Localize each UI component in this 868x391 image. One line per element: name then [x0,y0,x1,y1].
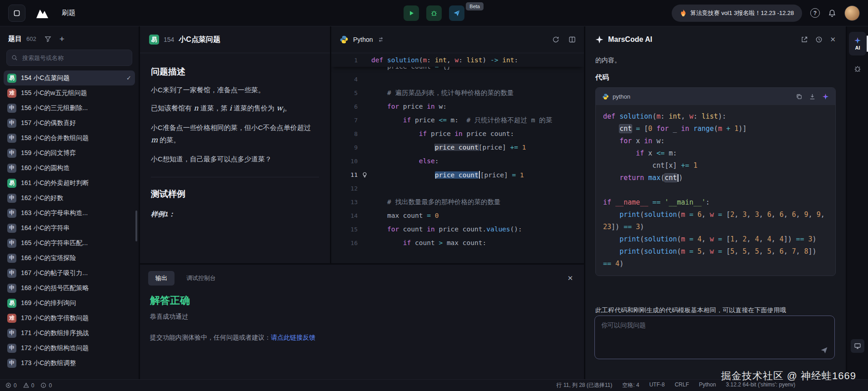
line-number: 15 [331,226,358,233]
code-line[interactable]: 12 [331,181,584,195]
editor-lines: 45 # 遍历菜品列表，统计每种价格的菜的数量6 for price in w:… [331,72,584,250]
switch-language-icon[interactable] [378,36,384,43]
sidebar-scrollbar[interactable] [135,211,137,241]
copy-code-icon[interactable] [796,93,803,100]
ai-message-clipped: 此工程代码和刚刚生成的代码模板基本相同，可以直接在下面使用哦 [595,306,834,313]
close-output-icon[interactable]: ✕ [564,274,576,282]
search-box[interactable] [6,50,132,66]
code-line[interactable]: 9 price_count[price] += 1 [331,140,584,154]
feedback-link[interactable]: 请点此链接反馈 [271,334,315,341]
app-menu-button[interactable] [8,5,25,22]
sticky-code-line[interactable]: 1 def solution(m: int, w: list) -> int: [331,53,584,67]
problem-list-item[interactable]: 难170 小C的数字倍数问题 [4,311,135,326]
filter-icon[interactable] [45,35,51,42]
problem-list-item[interactable]: 中173 小C的数组调整 [4,356,135,371]
code-block-actions [796,93,829,100]
problem-item-label: 170 小C的数字倍数问题 [21,314,89,322]
difficulty-badge: 中 [7,269,16,278]
history-icon[interactable] [815,36,823,43]
tab-output[interactable]: 输出 [148,271,175,286]
reset-code-icon[interactable] [552,36,559,43]
problem-list-item[interactable]: 中162 小C的好数 [4,190,135,206]
line-number: 7 [331,117,358,124]
code-line[interactable]: 13 # 找出数量最多的那种价格的菜的数量 [331,195,584,209]
close-ai-icon[interactable]: ✕ [830,35,836,44]
code-line[interactable]: 14 max_count = 0 [331,209,584,222]
code-line[interactable]: 8 if price in price_count: [331,127,584,140]
errors-status[interactable]: 0 [5,382,17,389]
problem-list-item[interactable]: 中159 小C的回文博弈 [4,145,135,160]
statusbar: 0 0 0 行 11, 列 28 (已选择11)空格: 4UTF-8CRLFPy… [0,379,868,391]
search-input[interactable] [21,54,127,62]
rail-ai-button[interactable]: AI [849,32,866,55]
statusbar-item[interactable]: Python [699,381,716,389]
problem-list-item[interactable]: 易161 小C的外卖超时判断 [4,175,135,190]
problem-list-item[interactable]: 中157 小C的偶数喜好 [4,115,135,130]
problem-list-item[interactable]: 中172 小C的数组构造问题 [4,341,135,356]
export-chat-icon[interactable] [801,36,808,43]
submit-button[interactable] [449,5,464,21]
ai-sparkle-icon[interactable] [822,93,829,100]
problem-list-item[interactable]: 中166 小C的宝塔探险 [4,251,135,266]
insert-code-icon[interactable] [809,93,816,100]
run-button[interactable] [404,5,419,21]
warnings-status[interactable]: 0 [23,382,35,389]
statusbar-item[interactable]: CRLF [675,381,689,389]
split-editor-icon[interactable] [569,36,576,43]
code-text: price_count[price] = 1 [371,171,524,179]
code-line[interactable]: 7 if price <= m: # 只统计价格不超过 m 的菜 [331,113,584,127]
rail-monitor-button[interactable] [851,339,864,353]
problem-list-item[interactable]: 难155 小C的w五元组问题 [4,85,135,100]
send-icon[interactable] [820,346,828,354]
problem-list-item[interactable]: 中163 小C的字母串构造... [4,206,135,221]
problem-list-item[interactable]: 中165 小C的字符串匹配... [4,236,135,251]
problem-list-item[interactable]: 中160 小C的圆构造 [4,160,135,175]
code-line[interactable]: 15 for count in price_count.values(): [331,222,584,236]
bell-icon[interactable] [828,9,836,17]
ai-question-input[interactable] [595,316,834,359]
code-line[interactable]: 6 for price in w: [331,100,584,113]
feedback-text: 提交功能内测体验中，任何问题或者建议： [150,334,271,341]
difficulty-badge: 中 [7,284,16,293]
tab-debug-console[interactable]: 调试控制台 [179,271,223,286]
code-line[interactable]: 16 if count > max_count: [331,236,584,250]
statusbar-item[interactable]: 3.12.2 64-bit ('shims': pyenv) [726,381,795,389]
problem-list-item[interactable]: 中156 小C的三元组删除... [4,100,135,115]
statusbar-item[interactable]: 行 11, 列 28 (已选择11) [556,381,612,389]
statusbar-item[interactable]: 空格: 4 [622,381,639,389]
rail-bug-icon[interactable] [847,65,868,73]
problem-list-item[interactable]: 易154 小C点菜问题✓ [4,70,135,85]
difficulty-badge: 易 [7,74,16,83]
contest-banner[interactable]: 算法竞技赛 vol1 3报名啦！12.23 -12.28 [672,5,802,22]
ai-code-block: python def solution(m: int, w: list): [595,87,836,276]
problem-list-item[interactable]: 易169 小C的排列询问 [4,296,135,311]
add-problem-icon[interactable]: + [60,35,65,43]
description-heading: 问题描述 [151,66,319,78]
problem-list-item[interactable]: 中158 小C的合并数组问题 [4,130,135,145]
marscode-logo-icon[interactable] [33,7,52,19]
problem-list-item[interactable]: 中171 小C的数组排序挑战 [4,326,135,341]
code-line[interactable]: 5 # 遍历菜品列表，统计每种价格的菜的数量 [331,86,584,100]
statusbar-item[interactable]: UTF-8 [649,381,665,389]
language-label[interactable]: Python [353,36,373,43]
code-editor[interactable]: 1 def solution(m: int, w: list) -> int: … [331,53,584,250]
problem-item-label: 163 小C的字母串构造... [21,209,88,217]
problem-list-item[interactable]: 中167 小C的帖子吸引力... [4,266,135,281]
avatar[interactable] [844,5,860,21]
problem-list-item[interactable]: 中164 小C的字符串 [4,221,135,236]
code-line[interactable]: 11 price_count[price] = 1 [331,168,584,181]
ai-code-content[interactable]: def solution(m: int, w: list): cnt = [0 … [596,105,835,276]
code-line[interactable]: 10 else: [331,154,584,168]
line-number: 5 [331,90,358,96]
ai-input-box[interactable] [594,316,835,359]
code-line[interactable]: 4 [331,72,584,86]
banner-text: 算法竞技赛 vol1 3报名啦！12.23 -12.28 [690,9,794,17]
info-status[interactable]: 0 [40,382,52,389]
problem-item-label: 156 小C的三元组删除... [21,104,88,112]
debug-button[interactable] [426,5,442,21]
problems-count: 602 [26,35,36,42]
feedback-note: 提交功能内测体验中，任何问题或者建议：请点此链接反馈 [150,334,576,342]
ai-label: AI [855,45,860,50]
help-icon[interactable]: ? [810,8,820,18]
problem-list-item[interactable]: 中168 小C的括号匹配策略 [4,281,135,296]
